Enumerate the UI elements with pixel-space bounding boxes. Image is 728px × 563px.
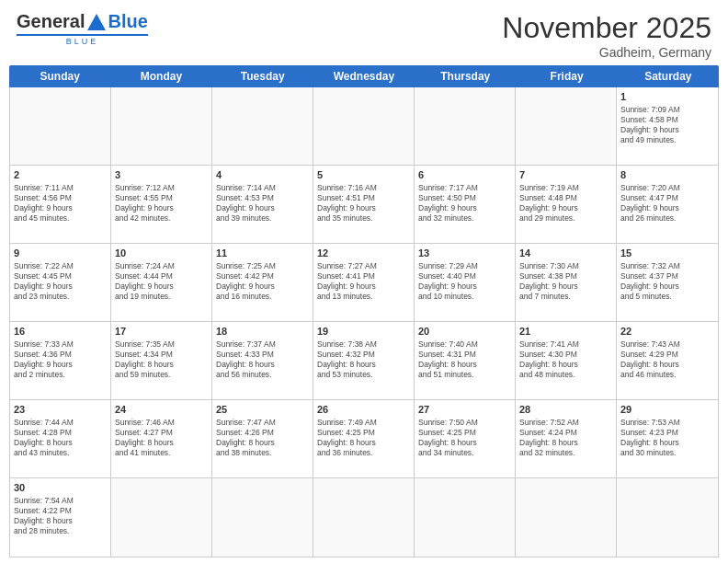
day-cell: 7Sunrise: 7:19 AM Sunset: 4:48 PM Daylig… — [516, 166, 617, 243]
day-cell: 10Sunrise: 7:24 AM Sunset: 4:44 PM Dayli… — [111, 244, 212, 321]
day-number: 23 — [14, 403, 107, 417]
day-info: Sunrise: 7:52 AM Sunset: 4:24 PM Dayligh… — [519, 418, 612, 458]
day-number: 24 — [115, 403, 208, 417]
day-number: 7 — [519, 168, 612, 182]
day-info: Sunrise: 7:17 AM Sunset: 4:50 PM Dayligh… — [418, 183, 511, 224]
day-cell — [617, 478, 718, 557]
day-cell: 5Sunrise: 7:16 AM Sunset: 4:51 PM Daylig… — [313, 166, 415, 243]
day-number: 12 — [317, 247, 410, 260]
day-number: 20 — [418, 325, 511, 339]
day-cell — [415, 478, 516, 557]
day-info: Sunrise: 7:19 AM Sunset: 4:48 PM Dayligh… — [519, 183, 612, 224]
day-number: 22 — [620, 325, 714, 339]
day-info: Sunrise: 7:12 AM Sunset: 4:55 PM Dayligh… — [115, 183, 208, 224]
day-cell: 20Sunrise: 7:40 AM Sunset: 4:31 PM Dayli… — [415, 322, 516, 399]
day-info: Sunrise: 7:37 AM Sunset: 4:33 PM Dayligh… — [216, 339, 309, 380]
day-number: 11 — [216, 247, 309, 260]
day-number: 19 — [317, 325, 410, 339]
logo: General Blue BLUE — [17, 11, 148, 46]
day-info: Sunrise: 7:44 AM Sunset: 4:28 PM Dayligh… — [14, 418, 107, 458]
day-cell: 9Sunrise: 7:22 AM Sunset: 4:45 PM Daylig… — [10, 244, 111, 321]
day-number: 28 — [519, 403, 612, 417]
day-cell: 23Sunrise: 7:44 AM Sunset: 4:28 PM Dayli… — [10, 400, 111, 477]
day-info: Sunrise: 7:49 AM Sunset: 4:25 PM Dayligh… — [317, 418, 410, 458]
logo-triangle-icon — [87, 14, 106, 30]
day-info: Sunrise: 7:53 AM Sunset: 4:23 PM Dayligh… — [620, 418, 714, 458]
day-header-friday: Friday — [516, 65, 617, 87]
day-number: 30 — [14, 481, 107, 495]
day-info: Sunrise: 7:20 AM Sunset: 4:47 PM Dayligh… — [620, 183, 714, 224]
day-number: 15 — [620, 247, 714, 260]
day-cell: 22Sunrise: 7:43 AM Sunset: 4:29 PM Dayli… — [617, 322, 718, 399]
day-number: 25 — [216, 403, 309, 417]
day-cell: 3Sunrise: 7:12 AM Sunset: 4:55 PM Daylig… — [111, 166, 212, 243]
day-cell: 1Sunrise: 7:09 AM Sunset: 4:58 PM Daylig… — [617, 87, 718, 165]
logo-blue: Blue — [108, 11, 147, 32]
day-info: Sunrise: 7:27 AM Sunset: 4:41 PM Dayligh… — [317, 261, 410, 302]
day-info: Sunrise: 7:33 AM Sunset: 4:36 PM Dayligh… — [14, 339, 107, 380]
day-cell: 21Sunrise: 7:41 AM Sunset: 4:30 PM Dayli… — [516, 322, 617, 399]
day-number: 10 — [115, 247, 208, 260]
day-number: 1 — [620, 90, 714, 104]
day-header-saturday: Saturday — [618, 65, 719, 87]
week-row-3: 16Sunrise: 7:33 AM Sunset: 4:36 PM Dayli… — [10, 322, 718, 400]
day-cell: 25Sunrise: 7:47 AM Sunset: 4:26 PM Dayli… — [212, 400, 313, 477]
day-cell — [516, 87, 617, 165]
day-info: Sunrise: 7:24 AM Sunset: 4:44 PM Dayligh… — [115, 261, 208, 302]
day-cell: 2Sunrise: 7:11 AM Sunset: 4:56 PM Daylig… — [10, 166, 111, 243]
day-cell — [313, 87, 415, 165]
calendar-grid: 1Sunrise: 7:09 AM Sunset: 4:58 PM Daylig… — [9, 87, 719, 557]
day-header-thursday: Thursday — [415, 65, 516, 87]
day-info: Sunrise: 7:25 AM Sunset: 4:42 PM Dayligh… — [216, 261, 309, 302]
day-number: 27 — [418, 403, 511, 417]
day-number: 26 — [317, 403, 410, 417]
day-number: 13 — [418, 247, 511, 260]
day-cell: 12Sunrise: 7:27 AM Sunset: 4:41 PM Dayli… — [313, 244, 415, 321]
day-number: 21 — [519, 325, 612, 339]
day-info: Sunrise: 7:30 AM Sunset: 4:38 PM Dayligh… — [519, 261, 612, 302]
day-cell — [516, 478, 617, 557]
day-cell: 26Sunrise: 7:49 AM Sunset: 4:25 PM Dayli… — [313, 400, 415, 477]
day-cell — [415, 87, 516, 165]
day-cell — [111, 87, 212, 165]
day-number: 6 — [418, 168, 511, 182]
day-cell: 30Sunrise: 7:54 AM Sunset: 4:22 PM Dayli… — [10, 478, 111, 557]
day-cell: 14Sunrise: 7:30 AM Sunset: 4:38 PM Dayli… — [516, 244, 617, 321]
day-cell: 27Sunrise: 7:50 AM Sunset: 4:25 PM Dayli… — [415, 400, 516, 477]
day-info: Sunrise: 7:38 AM Sunset: 4:32 PM Dayligh… — [317, 339, 410, 380]
day-header-wednesday: Wednesday — [313, 65, 415, 87]
day-info: Sunrise: 7:47 AM Sunset: 4:26 PM Dayligh… — [216, 418, 309, 458]
day-number: 2 — [14, 168, 107, 182]
day-number: 16 — [14, 325, 107, 339]
day-info: Sunrise: 7:43 AM Sunset: 4:29 PM Dayligh… — [620, 339, 714, 380]
month-year-title: November 2025 — [502, 11, 711, 45]
day-cell — [10, 87, 111, 165]
day-cell: 29Sunrise: 7:53 AM Sunset: 4:23 PM Dayli… — [617, 400, 718, 477]
day-number: 5 — [317, 168, 410, 182]
day-cell: 15Sunrise: 7:32 AM Sunset: 4:37 PM Dayli… — [617, 244, 718, 321]
logo-text: General Blue — [17, 11, 148, 32]
day-number: 17 — [115, 325, 208, 339]
day-header-tuesday: Tuesday — [212, 65, 313, 87]
day-cell: 19Sunrise: 7:38 AM Sunset: 4:32 PM Dayli… — [313, 322, 415, 399]
day-header-monday: Monday — [110, 65, 211, 87]
week-row-2: 9Sunrise: 7:22 AM Sunset: 4:45 PM Daylig… — [10, 244, 718, 322]
day-cell: 13Sunrise: 7:29 AM Sunset: 4:40 PM Dayli… — [415, 244, 516, 321]
header: General Blue BLUE November 2025 Gadheim,… — [0, 0, 728, 65]
day-info: Sunrise: 7:46 AM Sunset: 4:27 PM Dayligh… — [115, 418, 208, 458]
day-cell — [212, 87, 313, 165]
week-row-1: 2Sunrise: 7:11 AM Sunset: 4:56 PM Daylig… — [10, 166, 718, 244]
day-cell: 4Sunrise: 7:14 AM Sunset: 4:53 PM Daylig… — [212, 166, 313, 243]
day-cell: 6Sunrise: 7:17 AM Sunset: 4:50 PM Daylig… — [415, 166, 516, 243]
logo-general: General — [17, 11, 85, 32]
day-info: Sunrise: 7:11 AM Sunset: 4:56 PM Dayligh… — [14, 183, 107, 224]
day-cell: 11Sunrise: 7:25 AM Sunset: 4:42 PM Dayli… — [212, 244, 313, 321]
day-info: Sunrise: 7:54 AM Sunset: 4:22 PM Dayligh… — [14, 496, 107, 536]
day-cell: 17Sunrise: 7:35 AM Sunset: 4:34 PM Dayli… — [111, 322, 212, 399]
day-number: 29 — [620, 403, 714, 417]
day-number: 4 — [216, 168, 309, 182]
day-info: Sunrise: 7:29 AM Sunset: 4:40 PM Dayligh… — [418, 261, 511, 302]
day-number: 18 — [216, 325, 309, 339]
day-info: Sunrise: 7:35 AM Sunset: 4:34 PM Dayligh… — [115, 339, 208, 380]
location-subtitle: Gadheim, Germany — [502, 45, 711, 60]
